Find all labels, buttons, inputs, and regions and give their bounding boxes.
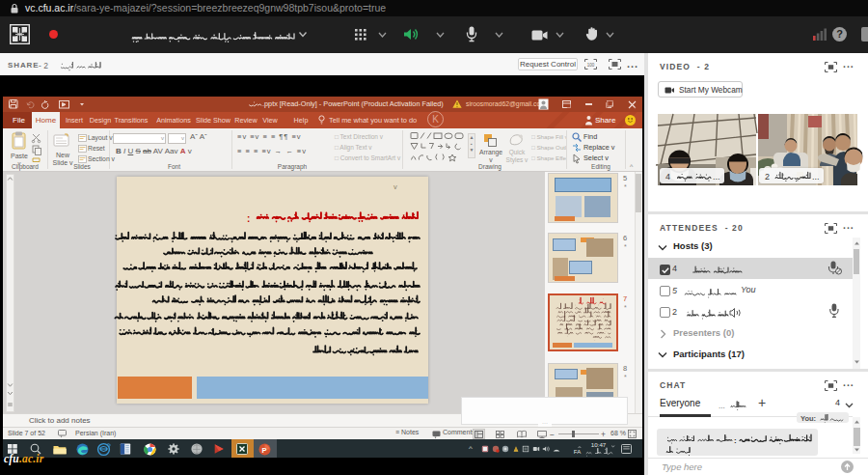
svg-text:4: 4 bbox=[665, 172, 670, 182]
svg-text:100: 100 bbox=[587, 63, 595, 68]
svg-text:You:: You: bbox=[800, 414, 816, 423]
svg-text:...: ... bbox=[719, 402, 725, 410]
svg-text:...: ... bbox=[812, 172, 820, 182]
svg-text:...: ... bbox=[713, 172, 720, 182]
svg-text:2: 2 bbox=[765, 172, 770, 182]
svg-text:- 2: - 2 bbox=[39, 61, 48, 70]
svg-text:P: P bbox=[262, 446, 267, 455]
svg-text::: : bbox=[734, 436, 737, 445]
